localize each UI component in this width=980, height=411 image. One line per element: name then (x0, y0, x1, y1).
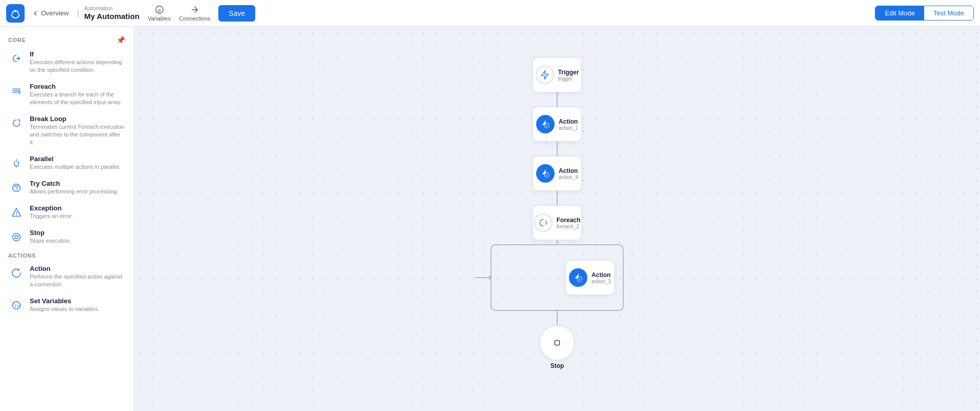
action1-subname: action_1 (559, 125, 578, 131)
action4-node[interactable]: Action action_4 (533, 156, 582, 191)
exception-icon (8, 204, 25, 221)
sidebar-item-parallel[interactable]: Parallel Executes multiple actions in pa… (0, 151, 134, 175)
sidebar-item-foreach[interactable]: Foreach Executes a branch for each of th… (0, 79, 134, 111)
action1-node[interactable]: Action action_1 (533, 107, 582, 142)
main-layout: CORE 📌 If Executes different actions dep… (0, 27, 980, 411)
actions-section-header: ACTIONS (0, 249, 134, 261)
flow-container: Trigger trigger (491, 57, 624, 369)
foreach-subname: foreach_2 (557, 224, 581, 229)
sidebar: CORE 📌 If Executes different actions dep… (0, 27, 134, 411)
setvariables-icon: {x} (8, 297, 25, 314)
action3-box[interactable]: Action action_3 (565, 260, 615, 295)
core-section-header: CORE 📌 (0, 33, 134, 46)
foreach-node[interactable]: Foreach foreach_2 (533, 205, 582, 240)
breadcrumb-top: Automation (84, 5, 139, 12)
sidebar-item-foreach-name: Foreach (30, 83, 126, 90)
sidebar-item-setvariables-name: Set Variables (30, 297, 126, 305)
sidebar-item-stop-name: Stop (30, 229, 126, 237)
action3-subname: action_3 (591, 279, 611, 284)
svg-point-4 (16, 190, 17, 190)
trycatch-icon (8, 180, 25, 196)
stop-label: Stop (550, 362, 564, 369)
sidebar-item-breakloop-desc: Terminates current Foreach execution and… (30, 123, 126, 147)
breadcrumb: Automation My Automation (84, 5, 139, 21)
svg-rect-12 (555, 340, 559, 345)
trigger-subname: trigger (558, 76, 579, 82)
foreach-icon (8, 83, 25, 99)
logo-button[interactable] (6, 4, 25, 23)
sidebar-item-if[interactable]: If Executes different actions depending … (0, 46, 134, 79)
foreach-loop-section: Action action_3 (491, 240, 624, 325)
action4-box[interactable]: Action action_4 (533, 156, 582, 191)
action1-name: Action (559, 118, 578, 125)
svg-rect-6 (15, 236, 18, 239)
foreach-name: Foreach (557, 217, 581, 224)
breakloop-icon (8, 115, 25, 131)
connector-action1-action4 (557, 142, 558, 156)
trigger-icon (536, 66, 554, 84)
sidebar-item-action[interactable]: Action Performs the specified action aga… (0, 261, 134, 293)
stop-sidebar-icon (8, 229, 25, 245)
trigger-node[interactable]: Trigger trigger (533, 57, 582, 92)
variables-label: Variables (148, 15, 171, 22)
trigger-box[interactable]: Trigger trigger (533, 57, 582, 92)
svg-point-0 (15, 10, 16, 12)
sidebar-item-if-desc: Executes different actions depending on … (30, 58, 126, 74)
sidebar-item-trycatch-desc: Allows performing error processing. (30, 188, 126, 195)
breadcrumb-separator: | (77, 9, 79, 18)
foreach-node-icon (534, 213, 553, 232)
if-icon (8, 50, 25, 67)
svg-text:@: @ (157, 8, 161, 12)
mode-toggle: Edit Mode Test Mode (875, 6, 974, 21)
pin-icon[interactable]: 📌 (116, 36, 126, 44)
sidebar-item-trycatch-name: Try Catch (30, 180, 126, 187)
parallel-icon (8, 155, 25, 171)
svg-point-9 (545, 124, 549, 128)
save-button[interactable]: Save (218, 5, 255, 22)
sidebar-item-setvariables[interactable]: {x} Set Variables Assigns values to vari… (0, 293, 134, 318)
connector-trigger-action1 (557, 92, 558, 107)
test-mode-button[interactable]: Test Mode (924, 6, 973, 20)
edit-mode-button[interactable]: Edit Mode (875, 6, 924, 20)
sidebar-item-exception[interactable]: Exception Triggers an error. (0, 200, 134, 225)
foreach-loop-box: Action action_3 (491, 244, 624, 311)
action3-name: Action (591, 271, 611, 279)
stop-node[interactable]: Stop (540, 325, 575, 369)
canvas[interactable]: Trigger trigger (134, 27, 980, 411)
sidebar-item-foreach-desc: Executes a branch for each of the elemen… (30, 91, 126, 107)
action3-icon (569, 268, 587, 287)
sidebar-item-parallel-desc: Executes multiple actions in parallel. (30, 163, 126, 171)
sidebar-item-if-name: If (30, 50, 126, 58)
action4-icon (536, 164, 555, 183)
action1-icon (536, 115, 555, 133)
variables-button[interactable]: @ Variables (148, 5, 171, 22)
header-actions: @ Variables Connections Save (148, 5, 255, 22)
header: Overview | Automation My Automation @ Va… (0, 0, 980, 27)
sidebar-item-exception-name: Exception (30, 204, 126, 212)
svg-text:{x}: {x} (14, 303, 21, 307)
sidebar-item-action-name: Action (30, 265, 126, 272)
sidebar-item-breakloop[interactable]: Break Loop Terminates current Foreach ex… (0, 111, 134, 151)
sidebar-item-parallel-name: Parallel (30, 155, 126, 163)
foreach-arrow-line (475, 277, 492, 278)
foreach-arrowhead (489, 275, 492, 280)
action4-name: Action (559, 167, 578, 174)
breadcrumb-title: My Automation (84, 12, 139, 21)
sidebar-item-action-desc: Performs the specified action against a … (30, 273, 126, 289)
back-button[interactable]: Overview (29, 7, 72, 19)
connections-label: Connections (179, 15, 210, 22)
connector-action4-foreach (557, 191, 558, 205)
sidebar-item-stop-desc: Stops execution. (30, 237, 126, 245)
sidebar-item-exception-desc: Triggers an error. (30, 212, 126, 220)
action1-box[interactable]: Action action_1 (533, 107, 582, 142)
back-label: Overview (41, 9, 69, 17)
connections-button[interactable]: Connections (179, 5, 210, 22)
action4-subname: action_4 (559, 174, 578, 180)
sidebar-item-stop[interactable]: Stop Stops execution. (0, 225, 134, 249)
svg-point-11 (578, 277, 582, 282)
action-sidebar-icon (8, 265, 25, 281)
sidebar-item-trycatch[interactable]: Try Catch Allows performing error proces… (0, 175, 134, 200)
foreach-box[interactable]: Foreach foreach_2 (533, 205, 582, 240)
stop-box[interactable] (540, 325, 575, 360)
trigger-name: Trigger (558, 69, 579, 76)
